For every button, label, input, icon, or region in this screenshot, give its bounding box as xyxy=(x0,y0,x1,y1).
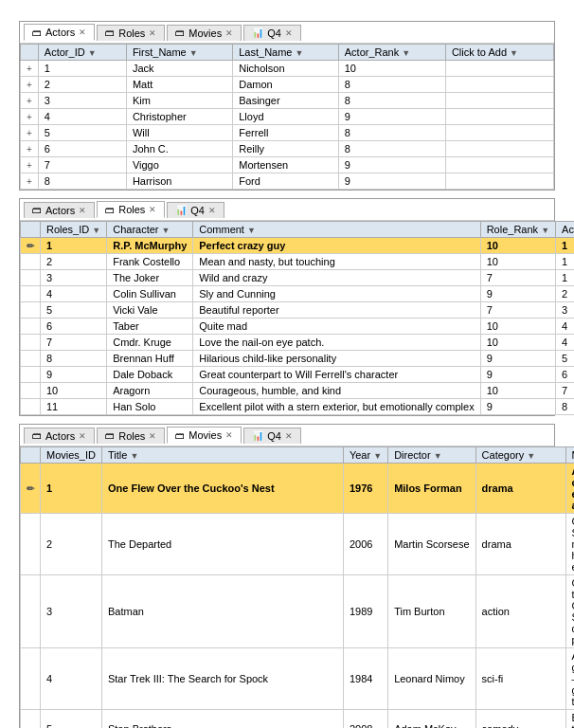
actor-first-cell: Viggo xyxy=(126,157,232,173)
table-row: + 2 Matt Damon 8 xyxy=(21,77,554,93)
table-row: + 7 Viggo Mortensen 9 xyxy=(21,157,554,173)
actor-rank-cell: 9 xyxy=(338,157,445,173)
actor-first-cell: Jack xyxy=(126,61,232,77)
row-indicator: + xyxy=(21,141,39,157)
q4-tab-close-m[interactable]: ✕ xyxy=(285,431,293,441)
tab-roles-movies[interactable]: 🗃 Roles ✕ xyxy=(97,428,165,444)
movies-col-title[interactable]: Title ▼ xyxy=(101,447,343,464)
row-indicator xyxy=(21,351,41,367)
actors-col-add[interactable]: Click to Add ▼ xyxy=(445,45,553,61)
role-actor-id-cell: 3 xyxy=(556,302,574,318)
role-character-cell: The Joker xyxy=(107,270,193,286)
roles-col-rank[interactable]: Role_Rank ▼ xyxy=(480,222,555,238)
actor-id-cell: 6 xyxy=(38,141,126,157)
actors-col-first[interactable]: First_Name ▼ xyxy=(126,45,232,61)
tab-q4-movies[interactable]: 📊 Q4 ✕ xyxy=(243,428,301,444)
tab-actors-movies[interactable]: 🗃 Actors ✕ xyxy=(24,428,95,444)
movie-id-cell: 4 xyxy=(41,648,102,710)
roles-tab-close-r[interactable]: ✕ xyxy=(149,205,156,214)
actor-first-cell: Harrison xyxy=(126,173,232,190)
table-row: 4 Star Trek III: The Search for Spock 19… xyxy=(21,648,575,710)
movie-category-cell: drama xyxy=(475,464,565,514)
role-actor-id-cell: 1 xyxy=(556,254,574,270)
actors-tab-close-r[interactable]: ✕ xyxy=(79,206,86,215)
movie-category-cell: action xyxy=(475,575,565,648)
table-row: 3 Batman 1989 Tim Burton action Good plo… xyxy=(21,575,575,648)
actors-col-rank[interactable]: Actor_Rank ▼ xyxy=(338,45,445,61)
actor-first-cell: Matt xyxy=(126,77,232,93)
role-actor-id-cell: 1 xyxy=(556,270,574,286)
actor-first-cell: Christopher xyxy=(126,109,232,125)
role-actor-id-cell: 5 xyxy=(556,351,574,367)
table-row: 7 Cmdr. Kruge Love the nail-on eye patch… xyxy=(21,335,575,351)
movie-review-cell: A perfect blend of entertainment and dra… xyxy=(565,464,574,514)
actors-col-indicator xyxy=(21,45,39,61)
movies-col-year[interactable]: Year ▼ xyxy=(343,447,387,464)
row-indicator xyxy=(21,302,41,318)
roles-col-comment[interactable]: Comment ▼ xyxy=(193,222,480,238)
movie-director-cell: Tim Burton xyxy=(388,575,475,648)
q4-tab-close-a[interactable]: ✕ xyxy=(285,28,293,38)
role-id-cell: 4 xyxy=(41,286,107,302)
actors-col-last[interactable]: Last_Name ▼ xyxy=(233,45,339,61)
movies-col-review[interactable]: Movie_Review ▼ xyxy=(565,447,574,464)
row-indicator: + xyxy=(21,109,39,125)
table-row: + 4 Christopher Lloyd 9 xyxy=(21,109,554,125)
movies-table: Movies_ID Title ▼ Year ▼ Director ▼ Cate… xyxy=(20,446,574,728)
movie-category-cell: sci-fi xyxy=(475,648,565,710)
tab-actors-roles[interactable]: 🗃 Actors ✕ xyxy=(24,202,95,218)
actors-tab-close[interactable]: ✕ xyxy=(79,27,86,37)
roles-icon-r: 🗃 xyxy=(105,205,115,215)
role-rank-cell: 7 xyxy=(480,270,555,286)
roles-tab-label-a: Roles xyxy=(118,27,145,39)
movies-col-director[interactable]: Director ▼ xyxy=(388,447,475,464)
roles-col-character[interactable]: Character ▼ xyxy=(107,222,193,238)
roles-col-id[interactable]: Roles_ID ▼ xyxy=(41,222,107,238)
movie-review-cell: Good plot – love the dark tones of Gotha… xyxy=(565,575,574,648)
role-id-cell: 3 xyxy=(41,270,107,286)
roles-col-actor-id[interactable]: Actor_ID ▼ xyxy=(556,222,574,238)
movies-col-category[interactable]: Category ▼ xyxy=(475,447,565,464)
actor-add-cell xyxy=(445,93,553,109)
actors-titlebar: 🗃 Actors ✕ 🗃 Roles ✕ 🗃 Movies ✕ 📊 Q4 ✕ xyxy=(20,22,554,44)
tab-movies-actors[interactable]: 🗃 Movies ✕ xyxy=(167,25,242,41)
movies-tab-label-m: Movies xyxy=(188,429,222,441)
row-indicator: + xyxy=(21,125,39,141)
q4-tab-close-r[interactable]: ✕ xyxy=(208,206,216,215)
row-indicator xyxy=(21,383,41,399)
role-character-cell: Han Solo xyxy=(107,399,193,415)
actor-first-cell: Kim xyxy=(126,93,232,109)
row-indicator: ✏ xyxy=(21,238,41,254)
role-comment-cell: Love the nail-on eye patch. xyxy=(193,335,480,351)
actors-tab-close-m[interactable]: ✕ xyxy=(79,431,86,441)
tab-q4-roles[interactable]: 📊 Q4 ✕ xyxy=(167,202,224,218)
tab-movies-movies[interactable]: 🗃 Movies ✕ xyxy=(167,427,242,444)
role-id-cell: 1 xyxy=(41,238,107,254)
table-row: + 1 Jack Nicholson 10 xyxy=(21,61,554,77)
tab-roles-actors[interactable]: 🗃 Roles ✕ xyxy=(97,25,165,41)
roles-tab-close-a[interactable]: ✕ xyxy=(149,28,156,38)
actor-id-cell: 1 xyxy=(38,61,126,77)
actors-icon-m: 🗃 xyxy=(32,430,42,441)
actors-col-id[interactable]: Actor_ID ▼ xyxy=(38,45,126,61)
movie-review-cell: Great action, but Scorsese needed a firm… xyxy=(565,514,574,575)
tab-roles-roles[interactable]: 🗃 Roles ✕ xyxy=(97,201,165,218)
actor-id-cell: 4 xyxy=(38,109,126,125)
movies-tab-close-a[interactable]: ✕ xyxy=(225,28,233,38)
movies-tab-close-m[interactable]: ✕ xyxy=(225,430,233,440)
actor-add-cell xyxy=(445,61,553,77)
movies-col-id[interactable]: Movies_ID xyxy=(41,447,102,464)
movie-year-cell: 1976 xyxy=(343,464,387,514)
movies-col-indicator xyxy=(21,447,41,464)
table-row: ✏ 1 R.P. McMurphy Perfect crazy guy 10 1… xyxy=(21,238,575,254)
tab-actors[interactable]: 🗃 Actors ✕ xyxy=(24,24,95,41)
movie-year-cell: 2006 xyxy=(343,514,387,575)
row-indicator xyxy=(21,399,41,415)
role-character-cell: Brennan Huff xyxy=(107,351,193,367)
movies-tab-label-a: Movies xyxy=(188,27,222,39)
tab-q4-actors[interactable]: 📊 Q4 ✕ xyxy=(243,25,301,41)
role-character-cell: Vicki Vale xyxy=(107,302,193,318)
role-character-cell: Colin Sullivan xyxy=(107,286,193,302)
roles-tab-close-m[interactable]: ✕ xyxy=(149,431,156,441)
actor-rank-cell: 8 xyxy=(338,141,445,157)
